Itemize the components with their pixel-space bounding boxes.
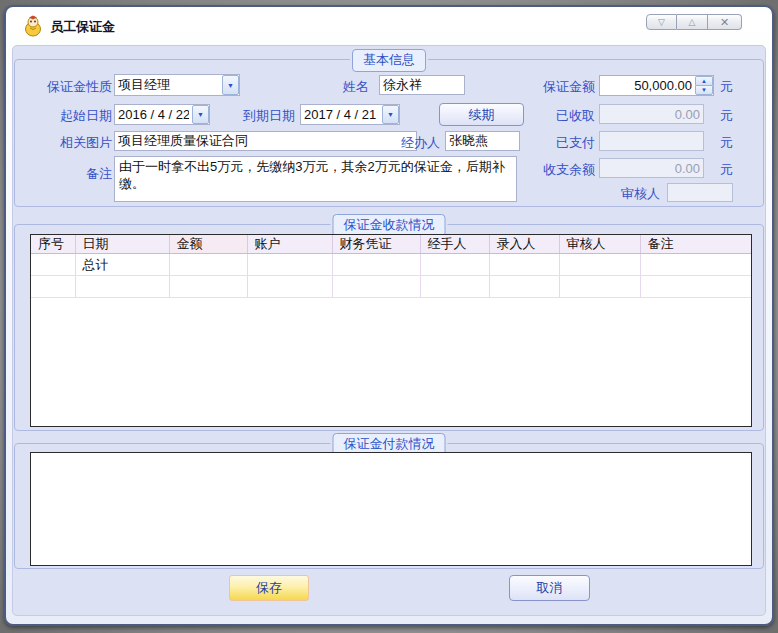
paid-field <box>599 131 704 151</box>
cell[interactable] <box>640 254 751 276</box>
paid-unit: 元 <box>720 133 733 153</box>
deposit-nature-label: 保证金性质 <box>20 77 112 97</box>
cell[interactable] <box>332 254 420 276</box>
remark-label: 备注 <box>20 164 112 184</box>
cell[interactable] <box>247 254 332 276</box>
title-bar[interactable]: 员工保证金 ▽ △ ✕ <box>6 7 772 43</box>
balance-unit: 元 <box>720 160 733 180</box>
maximize-icon[interactable]: △ <box>677 14 708 30</box>
payments-group: 保证金付款情况 <box>14 443 764 569</box>
cell[interactable] <box>489 276 559 298</box>
col-header-remark[interactable]: 备注 <box>640 235 751 254</box>
cell[interactable] <box>31 276 75 298</box>
col-header-account[interactable]: 账户 <box>247 235 332 254</box>
spinner-buttons[interactable]: ▲ ▼ <box>695 76 713 95</box>
basic-info-group-title: 基本信息 <box>352 49 426 72</box>
cell[interactable] <box>332 276 420 298</box>
deposit-amount-stepper[interactable]: ▲ ▼ <box>599 75 714 96</box>
save-button[interactable]: 保存 <box>229 575 309 601</box>
cell[interactable] <box>559 254 640 276</box>
cancel-button[interactable]: 取消 <box>509 575 590 601</box>
end-date-label: 到期日期 <box>227 106 295 126</box>
received-label: 已收取 <box>535 106 595 126</box>
spin-up-icon[interactable]: ▲ <box>695 76 713 85</box>
chevron-down-icon[interactable]: ▼ <box>222 75 239 95</box>
cell-total[interactable]: 总计 <box>75 254 169 276</box>
start-date-label: 起始日期 <box>20 106 112 126</box>
cell[interactable] <box>640 276 751 298</box>
basic-info-group: 基本信息 保证金性质 ▼ 姓名 保证金额 ▲ ▼ 元 起始日期 <box>14 59 764 207</box>
app-icon <box>22 15 44 37</box>
col-header-date[interactable]: 日期 <box>75 235 169 254</box>
receipts-grid[interactable]: 序号 日期 金额 账户 财务凭证 经手人 录入人 审核人 备注 总计 <box>30 234 752 427</box>
spin-down-icon[interactable]: ▼ <box>695 85 713 95</box>
cell[interactable] <box>31 254 75 276</box>
deposit-nature-combobox[interactable]: ▼ <box>114 74 240 96</box>
received-unit: 元 <box>720 106 733 126</box>
end-date-picker[interactable]: ▼ <box>300 104 400 125</box>
cell[interactable] <box>169 254 247 276</box>
window-controls: ▽ △ ✕ <box>646 14 742 30</box>
payments-grid <box>30 452 752 566</box>
name-field[interactable] <box>379 75 465 95</box>
start-date-picker[interactable]: ▼ <box>114 104 210 125</box>
name-label: 姓名 <box>313 77 369 97</box>
paid-label: 已支付 <box>535 133 595 153</box>
chevron-down-icon[interactable]: ▼ <box>382 105 399 124</box>
auditor-label: 审核人 <box>603 184 660 204</box>
received-field <box>599 104 704 124</box>
deposit-amount-label: 保证金额 <box>533 77 595 97</box>
balance-label: 收支余额 <box>533 160 595 180</box>
col-header-amount[interactable]: 金额 <box>169 235 247 254</box>
window-title: 员工保证金 <box>50 18 115 36</box>
cell[interactable] <box>75 276 169 298</box>
col-header-index[interactable]: 序号 <box>31 235 75 254</box>
minimize-icon[interactable]: ▽ <box>646 14 677 30</box>
col-header-handler[interactable]: 经手人 <box>420 235 489 254</box>
close-icon[interactable]: ✕ <box>708 14 742 30</box>
cell[interactable] <box>420 276 489 298</box>
dialog-body: 基本信息 保证金性质 ▼ 姓名 保证金额 ▲ ▼ 元 起始日期 <box>12 45 766 616</box>
cell[interactable] <box>247 276 332 298</box>
grid-header-row: 序号 日期 金额 账户 财务凭证 经手人 录入人 审核人 备注 <box>31 235 751 254</box>
dialog-window: 员工保证金 ▽ △ ✕ 基本信息 保证金性质 ▼ 姓名 保证金额 ▲ ▼ <box>4 5 774 626</box>
col-header-auditor[interactable]: 审核人 <box>559 235 640 254</box>
auditor-field <box>667 183 733 202</box>
handler-field[interactable] <box>445 131 520 151</box>
balance-field <box>599 158 704 178</box>
receipts-group: 保证金收款情况 序号 日期 金额 账户 财务凭证 经手人 <box>14 224 764 431</box>
amount-unit: 元 <box>720 77 733 97</box>
renew-button[interactable]: 续期 <box>439 103 524 126</box>
cell[interactable] <box>169 276 247 298</box>
cell[interactable] <box>559 276 640 298</box>
table-row[interactable]: 总计 <box>31 254 751 276</box>
cell[interactable] <box>489 254 559 276</box>
col-header-voucher[interactable]: 财务凭证 <box>332 235 420 254</box>
table-row[interactable] <box>31 276 751 298</box>
chevron-down-icon[interactable]: ▼ <box>192 105 209 124</box>
handler-label: 经办人 <box>383 133 440 153</box>
col-header-entry[interactable]: 录入人 <box>489 235 559 254</box>
related-image-field[interactable] <box>114 131 417 151</box>
related-image-label: 相关图片 <box>20 133 112 153</box>
remark-textarea[interactable]: 由于一时拿不出5万元，先缴纳3万元，其余2万元的保证金，后期补缴。 <box>114 156 517 202</box>
cell[interactable] <box>420 254 489 276</box>
